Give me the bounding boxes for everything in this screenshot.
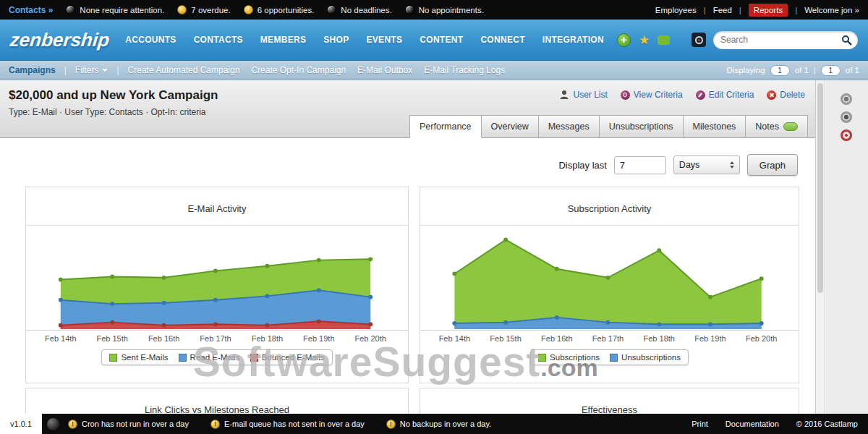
search-icon[interactable] [841, 35, 852, 46]
search-box [713, 31, 858, 49]
x-axis-label: Feb 15th [96, 334, 127, 343]
data-point-marker [708, 295, 712, 299]
tab-label: Unsubscriptions [609, 122, 673, 132]
tab-overview[interactable]: Overview [482, 115, 539, 138]
nav-item-contacts[interactable]: CONTACTS [194, 35, 243, 45]
nav-quick-icons [617, 33, 670, 48]
add-icon[interactable] [617, 33, 631, 47]
page-subtitle: Type: E-Mail · User Type: Contacts · Opt… [9, 107, 206, 117]
data-point-marker [317, 288, 321, 292]
days-select[interactable]: Days [673, 156, 740, 174]
data-point-marker [708, 322, 712, 326]
version-label: v1.0.1 [0, 414, 42, 434]
documentation-link[interactable]: Documentation [726, 420, 779, 428]
email-activity-plot [26, 225, 408, 331]
data-point-marker [110, 275, 114, 279]
data-point-marker [452, 321, 456, 326]
data-point-marker [657, 248, 661, 252]
nav-right [692, 31, 858, 49]
legend-label: Unsubscriptions [621, 353, 681, 362]
graph-button[interactable]: Graph [747, 154, 798, 176]
feed-link[interactable]: Feed [713, 6, 732, 14]
page-input[interactable] [821, 65, 841, 76]
print-link[interactable]: Print [692, 420, 708, 428]
status-deadlines[interactable]: No deadlines. [327, 5, 391, 14]
nav-item-events[interactable]: EVENTS [366, 35, 402, 45]
status-text: 6 opportunities. [258, 6, 315, 14]
nav-item-accounts[interactable]: ACCOUNTS [125, 35, 176, 45]
x-axis-label: Feb 18th [252, 334, 283, 343]
warning-backups[interactable]: No backups in over a day. [386, 420, 491, 429]
action-label: View Criteria [634, 90, 683, 100]
attention-icon [66, 5, 75, 14]
tab-label: Messages [548, 122, 590, 132]
chat-bubble-icon[interactable] [658, 35, 670, 45]
user-list-action[interactable]: User List [559, 90, 607, 100]
overdue-icon [177, 5, 187, 14]
status-text: No appointments. [419, 6, 484, 14]
legend-swatch [610, 354, 618, 362]
record-icon[interactable] [692, 33, 706, 47]
campaigns-toolbar: Campaigns | Filters | Create Automated C… [0, 61, 868, 80]
legend-item: Unsubscriptions [610, 353, 681, 362]
star-icon[interactable] [639, 33, 650, 48]
tab-milestones[interactable]: Milestones [684, 115, 746, 138]
displaying-input[interactable] [770, 65, 790, 76]
employees-link[interactable]: Employees [655, 6, 697, 14]
x-axis-label: Feb 14th [439, 334, 470, 343]
chart-title: Effectiveness [420, 388, 799, 414]
email-tracking-logs-link[interactable]: E-Mail Tracking Logs [424, 65, 505, 75]
display-last-input[interactable] [614, 156, 666, 174]
campaign-header: $20,000 and up New York Campaign Type: E… [0, 80, 815, 138]
nav-item-integration[interactable]: INTEGRATION [542, 35, 604, 45]
email-outbox-link[interactable]: E-Mail Outbox [357, 65, 412, 75]
search-input[interactable] [720, 35, 841, 45]
reports-link[interactable]: Reports [749, 4, 788, 17]
rail-dot-icon-1[interactable] [841, 93, 852, 105]
rail-dot-icon-2[interactable] [841, 111, 852, 123]
tab-label: Overview [491, 122, 529, 132]
nav-item-content[interactable]: CONTENT [420, 35, 463, 45]
warning-icon [210, 420, 220, 429]
data-point-marker [368, 257, 373, 261]
record-ring [695, 36, 703, 44]
filters-dropdown[interactable]: Filters [75, 65, 109, 75]
logo[interactable]: zenbership [9, 29, 111, 51]
chart-legend: Sent E-MailsRead E-MailsBounced E-Mails [101, 349, 332, 365]
status-appointments[interactable]: No appointments. [405, 5, 484, 14]
status-overdue[interactable]: 7 overdue. [177, 5, 230, 14]
delete-icon [767, 90, 776, 100]
footer-bar: v1.0.1 Cron has not run in over a day E-… [0, 414, 868, 434]
nav-item-members[interactable]: MEMBERS [260, 35, 306, 45]
create-automated-campaign-link[interactable]: Create Automated Campaign [128, 65, 240, 75]
warning-email-queue[interactable]: E-mail queue has not sent in over a day [210, 420, 365, 429]
status-attention[interactable]: None require attention. [66, 5, 164, 14]
section-campaigns[interactable]: Campaigns [9, 65, 56, 75]
status-opportunities[interactable]: 6 opportunities. [244, 5, 315, 14]
view-criteria-action[interactable]: View Criteria [621, 90, 683, 100]
main-nav: zenbership ACCOUNTS CONTACTS MEMBERS SHO… [0, 20, 868, 61]
tab-unsubscriptions[interactable]: Unsubscriptions [600, 115, 684, 138]
delete-action[interactable]: Delete [767, 90, 805, 100]
edit-criteria-action[interactable]: Edit Criteria [696, 90, 754, 100]
tab-label: Milestones [693, 122, 736, 132]
scrollbar-thumb[interactable] [817, 83, 823, 293]
welcome-link[interactable]: Welcome jon » [804, 6, 859, 14]
main-menu: ACCOUNTS CONTACTS MEMBERS SHOP EVENTS CO… [125, 35, 604, 45]
x-axis-label: Feb 17th [200, 334, 231, 343]
warning-text: Cron has not run in over a day [82, 420, 189, 428]
tab-notes[interactable]: Notes [746, 115, 808, 138]
rail-alert-icon[interactable] [841, 129, 852, 141]
action-label: User List [573, 90, 607, 100]
warning-icon [386, 420, 396, 429]
contacts-link[interactable]: Contacts » [9, 5, 53, 15]
create-opt-in-campaign-link[interactable]: Create Opt-In Campaign [251, 65, 346, 75]
header-actions: User List View Criteria Edit Criteria De… [559, 90, 805, 100]
tab-performance[interactable]: Performance [409, 115, 482, 138]
tab-messages[interactable]: Messages [539, 115, 600, 138]
warning-cron[interactable]: Cron has not run in over a day [68, 420, 189, 429]
data-point-marker [555, 315, 559, 320]
data-point-marker [59, 278, 63, 282]
nav-item-shop[interactable]: SHOP [323, 35, 349, 45]
nav-item-connect[interactable]: CONNECT [480, 35, 524, 45]
